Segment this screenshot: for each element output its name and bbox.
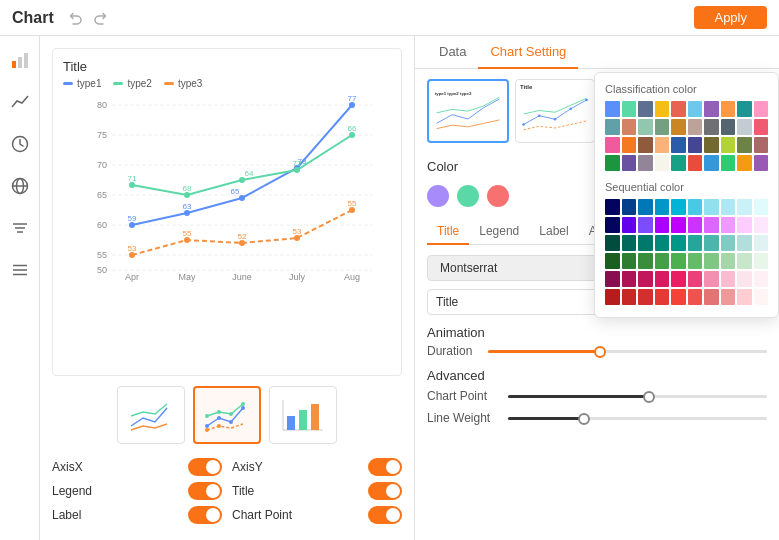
- palette-cell[interactable]: [721, 119, 736, 135]
- palette-cell[interactable]: [754, 271, 769, 287]
- palette-cell[interactable]: [688, 155, 703, 171]
- palette-cell[interactable]: [638, 235, 653, 251]
- palette-cell[interactable]: [671, 289, 686, 305]
- palette-cell[interactable]: [721, 199, 736, 215]
- palette-cell[interactable]: [754, 137, 769, 153]
- palette-cell[interactable]: [704, 137, 719, 153]
- palette-cell[interactable]: [655, 119, 670, 135]
- palette-cell[interactable]: [704, 253, 719, 269]
- undo-button[interactable]: [64, 6, 88, 30]
- palette-cell[interactable]: [655, 137, 670, 153]
- palette-cell[interactable]: [655, 235, 670, 251]
- palette-cell[interactable]: [688, 119, 703, 135]
- palette-cell[interactable]: [655, 271, 670, 287]
- palette-cell[interactable]: [671, 235, 686, 251]
- palette-cell[interactable]: [721, 137, 736, 153]
- palette-cell[interactable]: [721, 271, 736, 287]
- palette-cell[interactable]: [671, 119, 686, 135]
- palette-cell[interactable]: [688, 253, 703, 269]
- palette-cell[interactable]: [638, 101, 653, 117]
- palette-cell[interactable]: [704, 119, 719, 135]
- palette-cell[interactable]: [737, 119, 752, 135]
- palette-cell[interactable]: [622, 235, 637, 251]
- palette-cell[interactable]: [688, 235, 703, 251]
- palette-cell[interactable]: [754, 119, 769, 135]
- palette-cell[interactable]: [754, 217, 769, 233]
- palette-cell[interactable]: [605, 199, 620, 215]
- palette-cell[interactable]: [704, 271, 719, 287]
- color-circle-1[interactable]: [427, 185, 449, 207]
- palette-cell[interactable]: [737, 101, 752, 117]
- palette-cell[interactable]: [754, 101, 769, 117]
- palette-cell[interactable]: [655, 253, 670, 269]
- palette-cell[interactable]: [721, 235, 736, 251]
- palette-cell[interactable]: [605, 271, 620, 287]
- palette-cell[interactable]: [622, 119, 637, 135]
- palette-cell[interactable]: [704, 155, 719, 171]
- palette-cell[interactable]: [721, 155, 736, 171]
- palette-cell[interactable]: [754, 289, 769, 305]
- palette-cell[interactable]: [605, 101, 620, 117]
- chart-point-slider[interactable]: [508, 395, 767, 398]
- palette-cell[interactable]: [622, 155, 637, 171]
- palette-cell[interactable]: [638, 217, 653, 233]
- palette-cell[interactable]: [754, 155, 769, 171]
- palette-cell[interactable]: [605, 217, 620, 233]
- sidebar-item-clock[interactable]: [6, 130, 34, 158]
- palette-cell[interactable]: [655, 199, 670, 215]
- palette-cell[interactable]: [721, 253, 736, 269]
- palette-cell[interactable]: [605, 253, 620, 269]
- palette-cell[interactable]: [671, 137, 686, 153]
- tab-chart-setting[interactable]: Chart Setting: [478, 36, 578, 69]
- palette-cell[interactable]: [638, 253, 653, 269]
- chart-thumb-1[interactable]: [117, 386, 185, 444]
- palette-cell[interactable]: [671, 101, 686, 117]
- palette-cell[interactable]: [671, 155, 686, 171]
- palette-cell[interactable]: [704, 235, 719, 251]
- sidebar-item-chart[interactable]: [6, 46, 34, 74]
- palette-cell[interactable]: [605, 289, 620, 305]
- palette-cell[interactable]: [622, 101, 637, 117]
- palette-cell[interactable]: [688, 217, 703, 233]
- chart-thumb-2[interactable]: [193, 386, 261, 444]
- palette-cell[interactable]: [638, 119, 653, 135]
- toggle-legend[interactable]: [188, 482, 222, 500]
- palette-cell[interactable]: [605, 235, 620, 251]
- palette-cell[interactable]: [638, 199, 653, 215]
- palette-cell[interactable]: [737, 271, 752, 287]
- palette-cell[interactable]: [655, 155, 670, 171]
- palette-cell[interactable]: [688, 271, 703, 287]
- palette-cell[interactable]: [655, 289, 670, 305]
- palette-cell[interactable]: [605, 119, 620, 135]
- palette-cell[interactable]: [754, 235, 769, 251]
- palette-cell[interactable]: [671, 199, 686, 215]
- toggle-label[interactable]: [188, 506, 222, 524]
- palette-cell[interactable]: [622, 199, 637, 215]
- palette-cell[interactable]: [721, 289, 736, 305]
- palette-cell[interactable]: [638, 289, 653, 305]
- palette-cell[interactable]: [671, 253, 686, 269]
- tab-data[interactable]: Data: [427, 36, 478, 69]
- palette-cell[interactable]: [754, 253, 769, 269]
- palette-cell[interactable]: [671, 217, 686, 233]
- sidebar-item-list[interactable]: [6, 256, 34, 284]
- preview-card-1[interactable]: type1 type2 type3: [427, 79, 509, 143]
- palette-cell[interactable]: [655, 217, 670, 233]
- palette-cell[interactable]: [638, 155, 653, 171]
- sidebar-item-filter[interactable]: [6, 214, 34, 242]
- palette-cell[interactable]: [622, 137, 637, 153]
- chart-thumb-3[interactable]: [269, 386, 337, 444]
- palette-cell[interactable]: [737, 235, 752, 251]
- palette-cell[interactable]: [737, 289, 752, 305]
- toggle-chartpoint[interactable]: [368, 506, 402, 524]
- toggle-axisX[interactable]: [188, 458, 222, 476]
- palette-cell[interactable]: [622, 217, 637, 233]
- palette-cell[interactable]: [737, 217, 752, 233]
- toggle-axisY[interactable]: [368, 458, 402, 476]
- palette-cell[interactable]: [605, 155, 620, 171]
- palette-cell[interactable]: [737, 155, 752, 171]
- sidebar-item-line[interactable]: [6, 88, 34, 116]
- palette-cell[interactable]: [671, 271, 686, 287]
- palette-cell[interactable]: [721, 101, 736, 117]
- color-circle-2[interactable]: [457, 185, 479, 207]
